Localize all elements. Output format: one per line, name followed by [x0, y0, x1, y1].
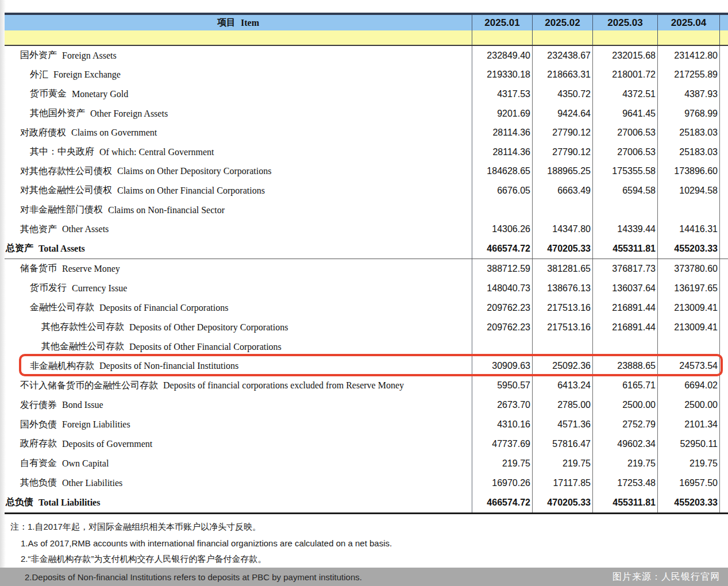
value-cell-2025.02: 218663.31: [533, 65, 593, 85]
cutoff-cell: [720, 473, 728, 493]
subheader-item-cell: [5, 30, 472, 45]
image-source-credit: 图片来源：人民银行官网: [613, 571, 720, 583]
value-cell-2025.03: 14339.44: [593, 219, 658, 239]
cutoff-cell: [720, 46, 728, 65]
table-row: 其他负债Other Liabilities16970.2617117.85172…: [5, 473, 728, 493]
cutoff-cell: [720, 298, 728, 318]
value-cell-2025.01: 4317.53: [472, 84, 533, 104]
row-label-cn: 政府存款: [20, 438, 57, 450]
value-cell-2025.03: 9641.45: [593, 104, 658, 124]
value-cell-2025.02: 4350.72: [533, 84, 593, 104]
value-cell-2025.01: 148040.73: [472, 279, 533, 298]
row-label-cell: 其他存款性公司存款Deposits of Other Depository Co…: [5, 318, 472, 337]
header-item-label-cn: 项目: [217, 17, 236, 29]
value-cell-2025.01: 466574.72: [472, 493, 533, 512]
value-cell-2025.04: 213009.41: [658, 318, 720, 337]
value-cell-2025.04: 4387.93: [658, 84, 720, 104]
value-cell-2025.04: 10294.58: [658, 181, 720, 201]
value-cell-2025.03: 455311.81: [593, 239, 658, 259]
value-cell-2025.04: 219.75: [658, 454, 720, 473]
cutoff-cell: [720, 104, 728, 124]
value-cell-2025.01: 16970.26: [472, 473, 533, 493]
table-row: 不计入储备货币的金融性公司存款Deposits of financial cor…: [5, 376, 728, 395]
value-cell-2025.04: 213009.41: [658, 298, 720, 318]
row-label-cn: 其他国外资产: [30, 107, 85, 119]
value-cell-2025.01: 6676.05: [472, 181, 533, 201]
table-row: 对政府债权Claims on Government28114.3627790.1…: [5, 123, 728, 142]
value-cell-2025.02: [533, 201, 593, 220]
value-cell-2025.04: 231412.80: [658, 46, 720, 65]
table-row: 对其他金融性公司债权Claims on Other Financial Corp…: [5, 181, 728, 201]
value-cell-2025.01: 47737.69: [472, 434, 533, 454]
value-cell-2025.02: 4571.36: [533, 415, 593, 434]
cutoff-cell: [720, 454, 728, 473]
row-label-cell: 对其他存款性公司债权Claims on Other Depository Cor…: [5, 162, 472, 182]
row-label-en: Of which: Central Government: [99, 147, 214, 157]
table-row: 其他存款性公司存款Deposits of Other Depository Co…: [5, 318, 728, 337]
cutoff-cell: [720, 415, 728, 434]
row-label-cn: 其他负债: [20, 477, 57, 489]
row-label-cn: 外汇: [30, 69, 48, 81]
value-cell-2025.01: 219.75: [472, 454, 533, 473]
row-label-cn: 自有资金: [20, 457, 57, 469]
value-cell-2025.04: 217255.89: [658, 65, 720, 85]
row-label-cell: 其他负债Other Liabilities: [5, 473, 472, 493]
subheader-cell: [533, 30, 593, 45]
value-cell-2025.04: [658, 337, 720, 357]
row-label-cn: 不计入储备货币的金融性公司存款: [20, 380, 158, 392]
header-item-cell: 项目 Item: [5, 15, 472, 30]
cutoff-cell: [720, 65, 728, 85]
row-label-cell: 对非金融性部门债权Claims on Non-financial Sector: [5, 201, 472, 220]
row-label-cell: 对政府债权Claims on Government: [5, 123, 472, 142]
value-cell-2025.01: 28114.36: [472, 142, 533, 162]
row-label-cn: 对非金融性部门债权: [20, 204, 103, 216]
value-cell-2025.03: 455311.81: [593, 493, 658, 512]
cutoff-cell: [720, 84, 728, 104]
row-label-cell: 对其他金融性公司债权Claims on Other Financial Corp…: [5, 181, 472, 201]
row-label-cn: 对政府债权: [20, 127, 66, 139]
table-row: 政府存款Deposits of Government47737.6957816.…: [5, 434, 728, 454]
table-row: 总资产Total Assets466574.72470205.33455311.…: [5, 239, 728, 259]
value-cell-2025.02: 14347.80: [533, 219, 593, 239]
value-cell-2025.03: 49602.34: [593, 434, 658, 454]
row-label-cn: 其他资产: [20, 223, 57, 236]
row-label-cell: 自有资金Own Capital: [5, 454, 472, 473]
value-cell-2025.02: 188965.25: [533, 162, 593, 182]
table-row: 其他金融性公司存款Deposits of Other Financial Cor…: [5, 337, 728, 357]
value-cell-2025.04: 2500.00: [658, 395, 720, 415]
value-cell-2025.02: 25092.36: [533, 356, 593, 376]
cutoff-cell: [720, 356, 728, 376]
cutoff-cell: [720, 376, 728, 395]
value-cell-2025.03: 376817.73: [593, 259, 658, 279]
value-cell-2025.03: 17253.48: [593, 473, 658, 493]
subheader-cell: [593, 30, 658, 45]
table-row: 储备货币Reserve Money388712.59381281.6537681…: [5, 259, 728, 279]
note-line: 2.“非金融机构存款”为支付机构交存人民银行的客户备付金存款。: [0, 551, 728, 567]
value-cell-2025.01: 219330.18: [472, 65, 533, 85]
value-cell-2025.01: 5950.57: [472, 376, 533, 395]
value-cell-2025.04: 52950.11: [658, 434, 720, 454]
value-cell-2025.02: 138676.13: [533, 279, 593, 298]
row-label-cn: 金融性公司存款: [30, 302, 94, 314]
row-label-cn: 非金融机构存款: [30, 360, 94, 372]
value-cell-2025.01: 2673.70: [472, 395, 533, 415]
row-label-cn: 货币黄金: [30, 88, 67, 100]
cutoff-cell: [720, 279, 728, 298]
row-label-cell: 国外负债Foreign Liabilities: [5, 415, 472, 434]
row-label-en: Claims on Non-financial Sector: [108, 205, 225, 215]
cutoff-cell: [720, 259, 728, 279]
value-cell-2025.01: 14306.26: [472, 219, 533, 239]
value-cell-2025.01: 28114.36: [472, 123, 533, 142]
value-cell-2025.02: 232438.67: [533, 46, 593, 65]
row-label-cn: 其他金融性公司存款: [41, 341, 124, 353]
value-cell-2025.02: 27790.12: [533, 123, 593, 142]
table-row: 国外负债Foreign Liabilities4310.164571.36275…: [5, 415, 728, 434]
row-label-cn: 对其他存款性公司债权: [20, 165, 112, 178]
row-label-cell: 储备货币Reserve Money: [5, 259, 472, 279]
value-cell-2025.03: 219.75: [593, 454, 658, 473]
row-label-en: Deposits of Other Depository Corporation…: [129, 322, 288, 333]
value-cell-2025.01: 466574.72: [472, 239, 533, 259]
subheader-cutoff-cell: [720, 30, 728, 45]
value-cell-2025.03: 2500.00: [593, 395, 658, 415]
note-line: 注：1.自2017年起，对国际金融组织相关本币账户以净头寸反映。: [0, 519, 728, 535]
